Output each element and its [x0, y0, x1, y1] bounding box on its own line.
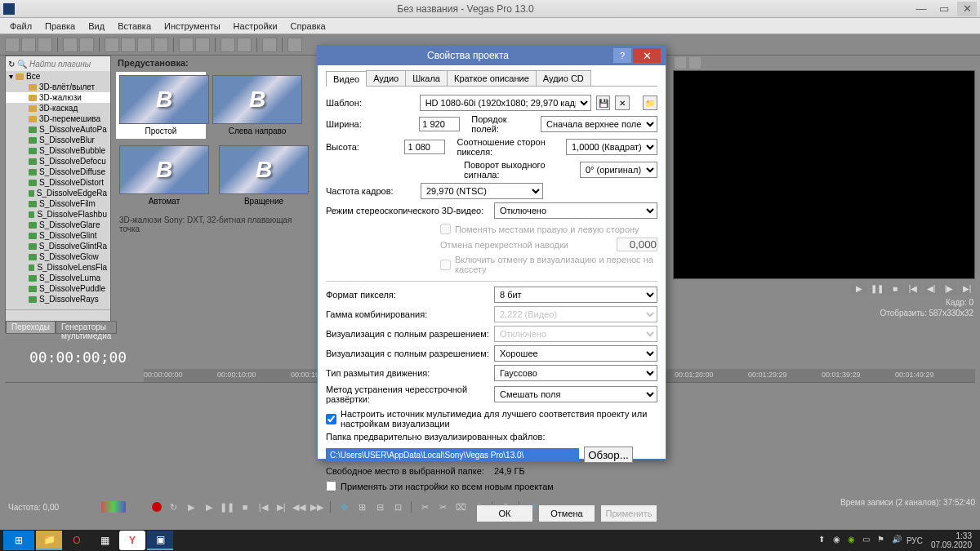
toolbar-button[interactable] — [237, 38, 252, 52]
dialog-tab[interactable]: Шкала — [405, 70, 448, 86]
step-back-button[interactable]: ◀| — [923, 282, 939, 295]
taskbar-item[interactable]: 📁 — [36, 531, 62, 550]
goto-end-button[interactable]: ▶| — [274, 500, 287, 513]
menu-Вставка[interactable]: Вставка — [111, 20, 158, 33]
start-button[interactable]: ⊞ — [3, 531, 34, 550]
toolbar-button[interactable] — [137, 38, 152, 52]
rate-slider[interactable] — [101, 501, 126, 513]
taskbar-item-vegas[interactable]: ▣ — [147, 531, 173, 550]
loop-button[interactable]: ↻ — [167, 500, 180, 513]
menu-Настройки[interactable]: Настройки — [227, 20, 284, 33]
tree-item[interactable]: S_DissolveGlint — [6, 230, 110, 241]
toolbar-button[interactable] — [105, 38, 119, 52]
tray-steam-icon[interactable]: ◉ — [833, 535, 844, 546]
adjust-source-checkbox[interactable] — [326, 414, 336, 424]
tree-item[interactable]: S_DissolveEdgeRa — [6, 188, 110, 198]
tree-item[interactable]: S_DissolveBlur — [6, 135, 110, 145]
preview-tool-icon[interactable] — [675, 57, 686, 69]
cancel-button[interactable]: Отмена — [538, 504, 595, 522]
width-input[interactable] — [419, 117, 460, 131]
toolbar-button[interactable] — [21, 38, 36, 52]
tree-item[interactable]: 3D-влёт/вылет — [6, 82, 110, 92]
close-button[interactable]: ✕ — [957, 2, 977, 16]
stop-button[interactable]: ■ — [887, 282, 903, 295]
apply-all-checkbox[interactable] — [326, 481, 336, 491]
tree-item[interactable]: 3D-каскад — [6, 103, 110, 113]
tree-item[interactable]: S_DissolveDiffuse — [6, 167, 110, 177]
tray-icon[interactable]: ▭ — [862, 535, 874, 546]
tree-item[interactable]: S_DissolveAutoPa — [6, 124, 110, 135]
save-template-icon[interactable]: 💾 — [596, 96, 611, 110]
tray-language[interactable]: РУС — [906, 536, 923, 545]
tree-item[interactable]: S_DissolveGlare — [6, 220, 110, 230]
refresh-icon[interactable]: ↻ — [8, 60, 15, 69]
toolbar-button[interactable] — [287, 38, 302, 52]
tray-clock[interactable]: 1:33 07.09.2020 — [926, 531, 977, 549]
stereo3d-select[interactable]: Отключено — [494, 202, 657, 219]
prev-button[interactable]: ◀◀ — [292, 500, 305, 513]
tray-volume-icon[interactable]: 🔊 — [892, 535, 903, 546]
preset-thumb[interactable]: BАвтомат — [119, 145, 209, 206]
motion-blur-select[interactable]: Гауссово — [494, 365, 657, 381]
field-order-select[interactable]: Сначала верхнее поле — [541, 116, 657, 132]
tree-item[interactable]: S_DissolveLensFla — [6, 262, 110, 273]
toolbar-button[interactable] — [179, 38, 194, 52]
height-input[interactable] — [404, 140, 445, 154]
tab-transitions[interactable]: Переходы — [6, 321, 56, 334]
toolbar-button[interactable] — [195, 38, 210, 52]
prev-frame-button[interactable]: |◀ — [905, 282, 921, 295]
tree-item[interactable]: S_DissolveGlintRa — [6, 241, 110, 251]
prerender-path-input[interactable]: C:\Users\USER\AppData\Local\Sony\Vegas P… — [326, 448, 579, 462]
menu-Инструменты[interactable]: Инструменты — [158, 20, 227, 33]
dialog-tab[interactable]: Аудио — [366, 70, 406, 86]
apply-button[interactable]: Применить — [600, 504, 657, 522]
menu-Справка[interactable]: Справка — [284, 20, 332, 33]
taskbar-item-opera[interactable]: O — [64, 531, 90, 550]
step-fwd-button[interactable]: |▶ — [941, 282, 957, 295]
tab-media-generators[interactable]: Генераторы мультимедиа — [56, 321, 117, 334]
dialog-tab[interactable]: Аудио CD — [536, 70, 591, 86]
tree-item[interactable]: S_DissolveDefocu — [6, 156, 110, 167]
preset-thumb[interactable]: BПростой — [116, 72, 206, 139]
taskbar-item[interactable]: ▦ — [91, 531, 118, 550]
next-frame-button[interactable]: ▶| — [959, 282, 975, 295]
maximize-button[interactable]: ▭ — [934, 2, 954, 16]
dialog-tab[interactable]: Краткое описание — [447, 70, 537, 86]
tree-item[interactable]: S_DissolveGlow — [6, 251, 110, 262]
tree-item[interactable]: S_DissolveFlashbu — [6, 209, 110, 220]
ok-button[interactable]: ОК — [476, 504, 533, 522]
toolbar-button[interactable] — [38, 38, 52, 52]
preview-tool-icon[interactable] — [689, 57, 701, 69]
pause-button[interactable]: ❚❚ — [869, 282, 885, 295]
toolbar-button[interactable] — [262, 38, 277, 52]
goto-start-button[interactable]: |◀ — [256, 500, 270, 513]
play-button[interactable]: ▶ — [203, 500, 216, 513]
tree-item[interactable]: S_DissolveFilm — [6, 198, 110, 209]
pixel-format-select[interactable]: 8 бит — [494, 287, 657, 303]
tree-item[interactable]: S_DissolveLuma — [6, 273, 110, 283]
tree-root[interactable]: ▾ Все — [6, 71, 110, 82]
toolbar-button[interactable] — [5, 38, 20, 52]
tree-item[interactable]: S_DissolveBubble — [6, 145, 110, 156]
toolbar-button[interactable] — [63, 38, 78, 52]
dialog-help-button[interactable]: ? — [613, 48, 631, 63]
dialog-close-button[interactable]: ✕ — [633, 48, 661, 63]
tree-item[interactable]: S_DissolveRays — [6, 294, 110, 304]
menu-Правка[interactable]: Правка — [38, 20, 82, 33]
preset-thumb[interactable]: BВращение — [219, 145, 309, 206]
rotation-select[interactable]: 0° (оригинал) — [580, 162, 657, 178]
taskbar-item-yandex[interactable]: Y — [119, 531, 145, 550]
toolbar-button[interactable] — [154, 38, 168, 52]
tray-icon[interactable]: ⚑ — [877, 535, 889, 546]
record-button[interactable] — [152, 502, 162, 512]
tree-item[interactable]: S_DissolveDistort — [6, 177, 110, 188]
toolbar-button[interactable] — [220, 38, 235, 52]
match-media-icon[interactable]: 📁 — [643, 96, 657, 110]
toolbar-button[interactable] — [79, 38, 94, 52]
play-button[interactable]: ▶ — [851, 282, 867, 295]
template-select[interactable]: HD 1080-60i (1920x1080; 29,970 кадр/с) — [420, 95, 591, 111]
dialog-tab[interactable]: Видео — [326, 71, 367, 87]
minimize-button[interactable]: — — [911, 2, 931, 16]
fps-select[interactable]: 29,970 (NTSC) — [421, 183, 543, 199]
tray-icon[interactable]: ⬆ — [818, 535, 830, 546]
